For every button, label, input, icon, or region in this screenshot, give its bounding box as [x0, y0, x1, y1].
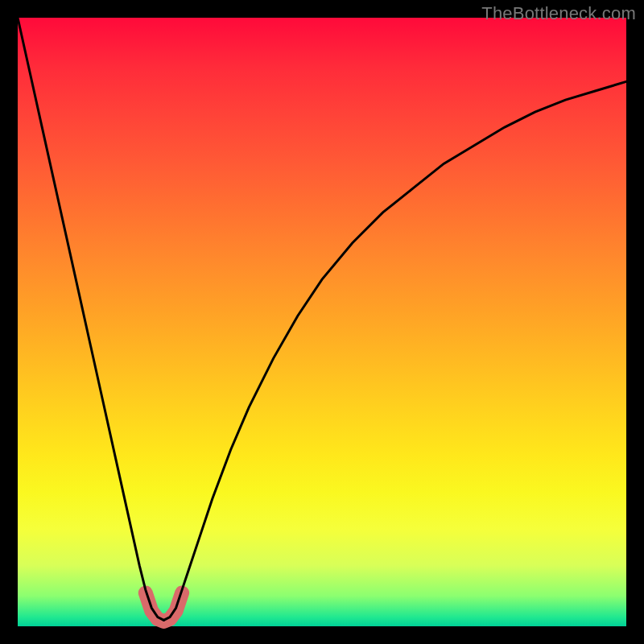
chart-frame: TheBottleneck.com: [0, 0, 644, 644]
right-curve: [163, 81, 626, 620]
chart-svg: [18, 18, 626, 626]
watermark-text: TheBottleneck.com: [481, 3, 636, 24]
left-curve: [18, 18, 163, 620]
chart-plot-area: [18, 18, 626, 626]
